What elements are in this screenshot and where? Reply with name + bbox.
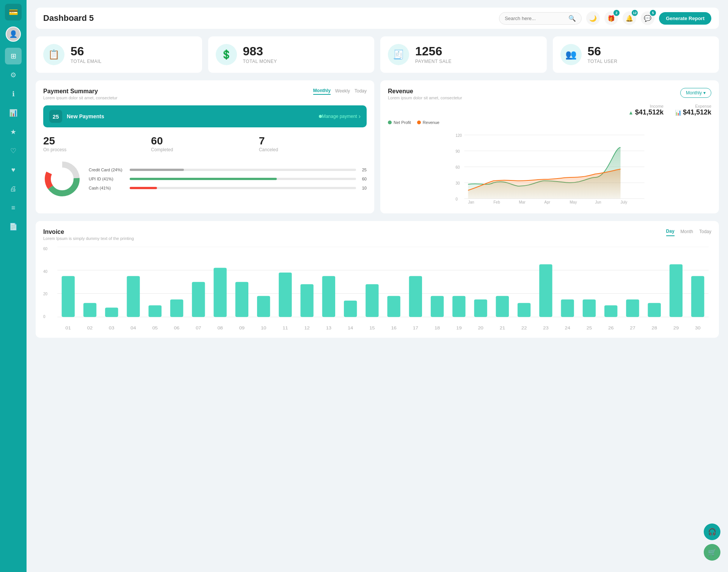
- sidebar-item-list[interactable]: ≡: [5, 199, 22, 216]
- net-profit-label: Net Profit: [394, 120, 411, 125]
- revenue-monthly-button[interactable]: Monthly ▾: [680, 88, 711, 98]
- revenue-panel: Revenue Lorem ipsum dolor sit amet, cons…: [380, 80, 719, 213]
- search-icon[interactable]: 🔍: [568, 15, 576, 22]
- svg-rect-54: [387, 296, 400, 317]
- svg-rect-30: [127, 276, 140, 317]
- svg-rect-68: [539, 264, 552, 317]
- payment-summary-title: Payment Summary: [43, 88, 118, 95]
- cart-fab[interactable]: 🛒: [704, 544, 720, 561]
- revenue-header: Revenue Lorem ipsum dolor sit amet, cons…: [388, 88, 711, 100]
- dark-mode-button[interactable]: 🌙: [586, 11, 600, 25]
- avatar[interactable]: 👤: [6, 27, 21, 42]
- tab-month[interactable]: Month: [681, 229, 693, 236]
- svg-text:12: 12: [304, 326, 309, 330]
- manage-payment-arrow: ›: [359, 113, 361, 120]
- gift-button[interactable]: 🎁 2: [604, 11, 618, 25]
- donut-chart: [43, 160, 81, 198]
- svg-rect-26: [83, 303, 96, 317]
- sidebar-item-print[interactable]: 🖨: [5, 180, 22, 197]
- sidebar-item-heart-outline[interactable]: ♡: [5, 143, 22, 159]
- income-item: Income ▲ $41,512k: [628, 104, 664, 116]
- pb-upi-val: 60: [359, 177, 367, 181]
- main-content: Dashboard 5 🔍 🌙 🎁 2 🔔 12 💬 5 Generate Re…: [27, 0, 728, 572]
- stat-card-total-email: 📋 56 TOTAL EMAIL: [36, 36, 202, 73]
- pb-cash-label: Cash (41%): [89, 186, 127, 190]
- svg-text:30: 30: [695, 326, 701, 330]
- invoice-subtitle: Lorem Ipsum is simply dummy text of the …: [43, 236, 134, 241]
- pb-upi-label: UPI ID (41%): [89, 177, 127, 181]
- search-input[interactable]: [505, 16, 565, 21]
- total-email-icon: 📋: [43, 44, 64, 65]
- pb-credit-val: 25: [359, 168, 367, 172]
- stat-completed: 60 Completed: [151, 135, 259, 152]
- total-user-label: TOTAL USER: [588, 59, 618, 64]
- sidebar-item-settings[interactable]: ⚙: [5, 67, 22, 83]
- total-money-label: TOTAL MONEY: [243, 59, 277, 64]
- svg-rect-58: [431, 296, 444, 317]
- generate-report-button[interactable]: Generate Report: [659, 12, 711, 25]
- tab-weekly[interactable]: Weekly: [335, 88, 350, 95]
- sidebar-item-chart[interactable]: 📊: [5, 105, 22, 121]
- stat-card-total-user: 👥 56 TOTAL USER: [553, 36, 719, 73]
- fab-container: 🎧 🛒: [704, 523, 720, 561]
- panels-row: Payment Summary Lorem ipsum dolor sit am…: [36, 80, 719, 213]
- sidebar-item-info[interactable]: ℹ: [5, 86, 22, 102]
- y-label-20: 20: [43, 292, 54, 296]
- payment-summary-tabs: Monthly Weekly Today: [313, 88, 367, 95]
- tab-today[interactable]: Today: [699, 229, 711, 236]
- svg-rect-32: [149, 305, 162, 317]
- svg-rect-78: [648, 303, 661, 317]
- invoice-tabs: Day Month Today: [666, 229, 711, 236]
- svg-text:60: 60: [456, 165, 460, 169]
- chat-badge: 5: [650, 10, 656, 16]
- svg-text:18: 18: [435, 326, 440, 330]
- new-payments-bar: 25 New Payments Manage payment ›: [43, 105, 367, 127]
- payment-chart-row: Credit Card (24%) 25 UPI ID (41%) 60 Cas…: [43, 160, 367, 198]
- total-user-value: 56: [588, 45, 618, 57]
- svg-text:21: 21: [500, 326, 505, 330]
- sidebar-item-home[interactable]: ⊞: [5, 48, 22, 64]
- svg-text:03: 03: [109, 326, 115, 330]
- svg-text:Jan: Jan: [468, 200, 474, 204]
- total-money-value: 983: [243, 45, 277, 57]
- sidebar-item-document[interactable]: 📄: [5, 218, 22, 235]
- sidebar-item-heart-fill[interactable]: ♥: [5, 161, 22, 178]
- svg-rect-36: [192, 282, 205, 317]
- on-process-label: On process: [43, 147, 151, 152]
- pb-cash: Cash (41%) 10: [89, 186, 367, 190]
- revenue-tab-label: Monthly: [686, 90, 702, 96]
- sidebar-item-star[interactable]: ★: [5, 124, 22, 140]
- revenue-subtitle: Lorem ipsum dolor sit amet, consectetur: [388, 96, 462, 100]
- stat-canceled: 7 Canceled: [259, 135, 367, 152]
- svg-text:120: 120: [456, 133, 462, 138]
- revenue-title: Revenue: [388, 88, 462, 95]
- y-label-40: 40: [43, 270, 54, 274]
- total-email-value: 56: [71, 45, 102, 57]
- pb-credit-label: Credit Card (24%): [89, 168, 127, 172]
- invoice-y-labels: 0 20 40 60: [43, 247, 54, 319]
- total-money-icon: 💲: [216, 44, 237, 65]
- expense-item: Expense 📊 $41,512k: [675, 104, 711, 116]
- expense-value: $41,512k: [683, 108, 711, 116]
- chat-button[interactable]: 💬 5: [641, 11, 654, 25]
- stat-card-total-money: 💲 983 TOTAL MONEY: [208, 36, 375, 73]
- sidebar-logo[interactable]: 💳: [5, 4, 22, 20]
- bell-button[interactable]: 🔔 12: [623, 11, 636, 25]
- tab-day[interactable]: Day: [666, 229, 675, 236]
- svg-rect-38: [213, 268, 226, 317]
- new-payments-label: New Payments: [67, 113, 317, 119]
- tab-monthly[interactable]: Monthly: [313, 88, 331, 95]
- income-expense-row: Income ▲ $41,512k Expense 📊 $41,512k: [388, 104, 711, 116]
- svg-text:Jun: Jun: [595, 200, 601, 204]
- support-fab[interactable]: 🎧: [704, 523, 720, 540]
- svg-text:29: 29: [673, 326, 679, 330]
- invoice-panel: Invoice Lorem Ipsum is simply dummy text…: [36, 221, 719, 338]
- manage-payment-link[interactable]: Manage payment: [322, 114, 357, 119]
- canceled-value: 7: [259, 135, 367, 147]
- bell-badge: 12: [632, 10, 638, 16]
- total-user-icon: 👥: [560, 44, 582, 65]
- invoice-header: Invoice Lorem Ipsum is simply dummy text…: [43, 229, 711, 241]
- stat-card-payment-sale: 🧾 1256 PAYMENT SALE: [380, 36, 547, 73]
- svg-rect-80: [670, 264, 682, 317]
- tab-today[interactable]: Today: [355, 88, 367, 95]
